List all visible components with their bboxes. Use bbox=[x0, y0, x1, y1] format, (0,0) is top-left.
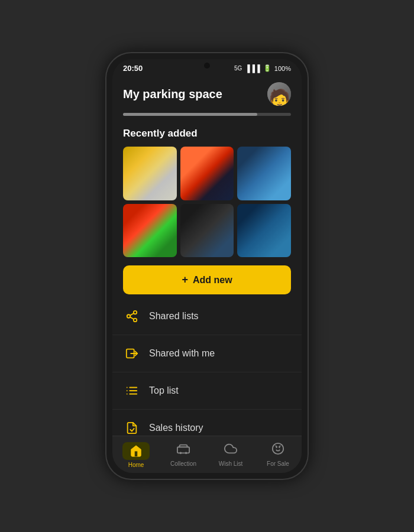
add-icon: + bbox=[182, 274, 188, 286]
car-icon bbox=[177, 442, 190, 459]
car-card-4[interactable] bbox=[123, 204, 177, 258]
phone-screen: 20:50 5G ▐▐▐ 🔋 100% My parking space 🧑 bbox=[112, 59, 302, 473]
car-card-2[interactable] bbox=[180, 147, 234, 200]
avatar-image: 🧑 bbox=[267, 82, 291, 106]
status-time: 20:50 bbox=[123, 64, 143, 73]
add-new-button[interactable]: + Add new bbox=[123, 265, 291, 294]
svg-point-15 bbox=[186, 452, 187, 453]
car-card-1[interactable] bbox=[123, 147, 177, 200]
sales-history-label: Sales history bbox=[149, 423, 203, 433]
menu-item-shared-lists[interactable]: Shared lists bbox=[112, 298, 302, 335]
avatar-person-icon: 🧑 bbox=[269, 88, 290, 106]
shared-with-me-label: Shared with me bbox=[149, 348, 215, 359]
signal-bars-icon: ▐▐▐ bbox=[245, 64, 260, 73]
progress-bar-track bbox=[123, 113, 291, 116]
nav-item-collection[interactable]: Collection bbox=[160, 436, 207, 473]
share-icon bbox=[123, 307, 141, 325]
add-new-label: Add new bbox=[193, 275, 232, 286]
nav-item-wish-list[interactable]: Wish List bbox=[207, 436, 254, 473]
page-title: My parking space bbox=[123, 87, 222, 101]
main-scroll-area: My parking space 🧑 Recently added bbox=[112, 75, 302, 436]
car-card-3[interactable] bbox=[237, 147, 291, 200]
shared-lists-label: Shared lists bbox=[149, 311, 199, 322]
menu-item-sales-history[interactable]: Sales history bbox=[112, 410, 302, 436]
nav-label-for-sale: For Sale bbox=[267, 460, 289, 467]
nav-label-collection: Collection bbox=[170, 460, 196, 467]
svg-line-3 bbox=[130, 317, 134, 320]
nav-item-for-sale[interactable]: For Sale bbox=[254, 436, 302, 473]
receipt-icon bbox=[123, 419, 141, 436]
svg-point-14 bbox=[180, 452, 182, 453]
car-image-6 bbox=[237, 204, 291, 258]
progress-bar-fill bbox=[123, 113, 257, 116]
battery-percent: 100% bbox=[274, 65, 291, 72]
enter-icon bbox=[123, 345, 141, 362]
home-icon-wrap bbox=[122, 442, 150, 460]
nav-label-wish-list: Wish List bbox=[219, 460, 243, 467]
progress-bar-container bbox=[112, 111, 302, 125]
svg-line-4 bbox=[130, 313, 134, 316]
car-image-5 bbox=[180, 204, 234, 258]
car-card-5[interactable] bbox=[180, 204, 234, 258]
top-list-label: Top list bbox=[149, 385, 179, 396]
menu-item-top-list[interactable]: Top list bbox=[112, 372, 302, 410]
network-icon: 5G bbox=[234, 65, 242, 72]
car-image-2 bbox=[180, 147, 234, 200]
car-image-4 bbox=[123, 204, 177, 258]
nav-item-home[interactable]: Home bbox=[112, 436, 160, 473]
car-card-6[interactable] bbox=[237, 204, 291, 258]
cars-grid bbox=[112, 147, 302, 257]
car-image-1 bbox=[123, 147, 177, 200]
list-icon bbox=[123, 382, 141, 400]
recently-added-title: Recently added bbox=[112, 125, 302, 147]
menu-item-shared-with-me[interactable]: Shared with me bbox=[112, 335, 302, 372]
cloud-icon bbox=[224, 442, 237, 459]
phone-frame: 20:50 5G ▐▐▐ 🔋 100% My parking space 🧑 bbox=[106, 53, 308, 479]
camera-dot bbox=[204, 63, 210, 69]
svg-rect-13 bbox=[177, 447, 189, 453]
avatar[interactable]: 🧑 bbox=[267, 82, 291, 106]
nav-label-home: Home bbox=[128, 462, 144, 468]
bottom-navigation: Home Collection bbox=[112, 436, 302, 473]
sale-icon bbox=[271, 442, 284, 459]
car-image-3 bbox=[237, 147, 291, 200]
app-header: My parking space 🧑 bbox=[112, 75, 302, 111]
status-icons: 5G ▐▐▐ 🔋 100% bbox=[234, 64, 291, 73]
battery-icon: 🔋 bbox=[263, 64, 271, 72]
svg-point-16 bbox=[273, 443, 283, 454]
